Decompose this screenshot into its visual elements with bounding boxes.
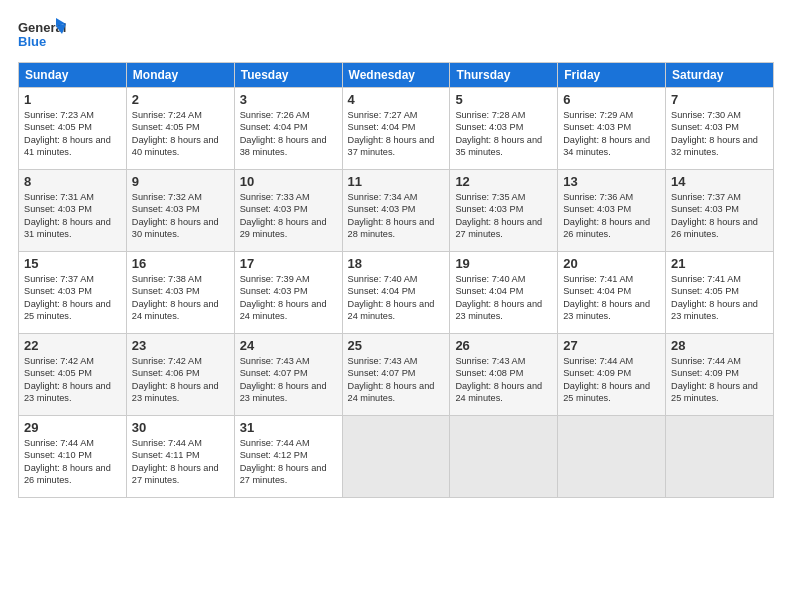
day-number: 22 bbox=[24, 338, 121, 353]
calendar-week-1: 1Sunrise: 7:23 AMSunset: 4:05 PMDaylight… bbox=[19, 88, 774, 170]
calendar-cell bbox=[666, 416, 774, 498]
day-number: 5 bbox=[455, 92, 552, 107]
calendar-cell: 20Sunrise: 7:41 AMSunset: 4:04 PMDayligh… bbox=[558, 252, 666, 334]
calendar-cell: 23Sunrise: 7:42 AMSunset: 4:06 PMDayligh… bbox=[126, 334, 234, 416]
cell-info: Sunrise: 7:43 AMSunset: 4:07 PMDaylight:… bbox=[348, 356, 435, 403]
cell-info: Sunrise: 7:43 AMSunset: 4:08 PMDaylight:… bbox=[455, 356, 542, 403]
calendar-cell bbox=[342, 416, 450, 498]
day-number: 1 bbox=[24, 92, 121, 107]
calendar-cell: 15Sunrise: 7:37 AMSunset: 4:03 PMDayligh… bbox=[19, 252, 127, 334]
calendar-cell: 22Sunrise: 7:42 AMSunset: 4:05 PMDayligh… bbox=[19, 334, 127, 416]
logo-image: General Blue bbox=[18, 16, 66, 54]
day-number: 14 bbox=[671, 174, 768, 189]
cell-info: Sunrise: 7:37 AMSunset: 4:03 PMDaylight:… bbox=[24, 274, 111, 321]
logo: General Blue bbox=[18, 16, 66, 54]
calendar-cell: 12Sunrise: 7:35 AMSunset: 4:03 PMDayligh… bbox=[450, 170, 558, 252]
cell-info: Sunrise: 7:39 AMSunset: 4:03 PMDaylight:… bbox=[240, 274, 327, 321]
cell-info: Sunrise: 7:27 AMSunset: 4:04 PMDaylight:… bbox=[348, 110, 435, 157]
cell-info: Sunrise: 7:42 AMSunset: 4:05 PMDaylight:… bbox=[24, 356, 111, 403]
svg-text:Blue: Blue bbox=[18, 34, 46, 49]
calendar-cell: 18Sunrise: 7:40 AMSunset: 4:04 PMDayligh… bbox=[342, 252, 450, 334]
cell-info: Sunrise: 7:44 AMSunset: 4:09 PMDaylight:… bbox=[671, 356, 758, 403]
calendar-cell bbox=[558, 416, 666, 498]
cell-info: Sunrise: 7:40 AMSunset: 4:04 PMDaylight:… bbox=[348, 274, 435, 321]
calendar-cell bbox=[450, 416, 558, 498]
day-number: 23 bbox=[132, 338, 229, 353]
cell-info: Sunrise: 7:44 AMSunset: 4:11 PMDaylight:… bbox=[132, 438, 219, 485]
cell-info: Sunrise: 7:30 AMSunset: 4:03 PMDaylight:… bbox=[671, 110, 758, 157]
calendar-cell: 25Sunrise: 7:43 AMSunset: 4:07 PMDayligh… bbox=[342, 334, 450, 416]
day-number: 20 bbox=[563, 256, 660, 271]
header: General Blue bbox=[18, 16, 774, 54]
calendar-cell: 26Sunrise: 7:43 AMSunset: 4:08 PMDayligh… bbox=[450, 334, 558, 416]
day-number: 27 bbox=[563, 338, 660, 353]
calendar-cell: 1Sunrise: 7:23 AMSunset: 4:05 PMDaylight… bbox=[19, 88, 127, 170]
calendar-week-2: 8Sunrise: 7:31 AMSunset: 4:03 PMDaylight… bbox=[19, 170, 774, 252]
calendar-cell: 7Sunrise: 7:30 AMSunset: 4:03 PMDaylight… bbox=[666, 88, 774, 170]
cell-info: Sunrise: 7:41 AMSunset: 4:05 PMDaylight:… bbox=[671, 274, 758, 321]
day-number: 19 bbox=[455, 256, 552, 271]
day-number: 30 bbox=[132, 420, 229, 435]
weekday-header-sunday: Sunday bbox=[19, 63, 127, 88]
day-number: 2 bbox=[132, 92, 229, 107]
day-number: 7 bbox=[671, 92, 768, 107]
cell-info: Sunrise: 7:31 AMSunset: 4:03 PMDaylight:… bbox=[24, 192, 111, 239]
calendar-week-4: 22Sunrise: 7:42 AMSunset: 4:05 PMDayligh… bbox=[19, 334, 774, 416]
day-number: 28 bbox=[671, 338, 768, 353]
day-number: 12 bbox=[455, 174, 552, 189]
weekday-header-monday: Monday bbox=[126, 63, 234, 88]
day-number: 6 bbox=[563, 92, 660, 107]
calendar-cell: 4Sunrise: 7:27 AMSunset: 4:04 PMDaylight… bbox=[342, 88, 450, 170]
day-number: 17 bbox=[240, 256, 337, 271]
calendar-cell: 21Sunrise: 7:41 AMSunset: 4:05 PMDayligh… bbox=[666, 252, 774, 334]
calendar-cell: 28Sunrise: 7:44 AMSunset: 4:09 PMDayligh… bbox=[666, 334, 774, 416]
day-number: 8 bbox=[24, 174, 121, 189]
day-number: 26 bbox=[455, 338, 552, 353]
cell-info: Sunrise: 7:33 AMSunset: 4:03 PMDaylight:… bbox=[240, 192, 327, 239]
calendar-cell: 6Sunrise: 7:29 AMSunset: 4:03 PMDaylight… bbox=[558, 88, 666, 170]
cell-info: Sunrise: 7:44 AMSunset: 4:09 PMDaylight:… bbox=[563, 356, 650, 403]
calendar-cell: 8Sunrise: 7:31 AMSunset: 4:03 PMDaylight… bbox=[19, 170, 127, 252]
weekday-header-saturday: Saturday bbox=[666, 63, 774, 88]
calendar-cell: 30Sunrise: 7:44 AMSunset: 4:11 PMDayligh… bbox=[126, 416, 234, 498]
day-number: 16 bbox=[132, 256, 229, 271]
calendar-cell: 16Sunrise: 7:38 AMSunset: 4:03 PMDayligh… bbox=[126, 252, 234, 334]
day-number: 3 bbox=[240, 92, 337, 107]
day-number: 24 bbox=[240, 338, 337, 353]
calendar-cell: 2Sunrise: 7:24 AMSunset: 4:05 PMDaylight… bbox=[126, 88, 234, 170]
day-number: 10 bbox=[240, 174, 337, 189]
cell-info: Sunrise: 7:28 AMSunset: 4:03 PMDaylight:… bbox=[455, 110, 542, 157]
cell-info: Sunrise: 7:44 AMSunset: 4:12 PMDaylight:… bbox=[240, 438, 327, 485]
calendar-cell: 24Sunrise: 7:43 AMSunset: 4:07 PMDayligh… bbox=[234, 334, 342, 416]
day-number: 18 bbox=[348, 256, 445, 271]
day-number: 21 bbox=[671, 256, 768, 271]
calendar-cell: 27Sunrise: 7:44 AMSunset: 4:09 PMDayligh… bbox=[558, 334, 666, 416]
calendar-cell: 3Sunrise: 7:26 AMSunset: 4:04 PMDaylight… bbox=[234, 88, 342, 170]
calendar-cell: 10Sunrise: 7:33 AMSunset: 4:03 PMDayligh… bbox=[234, 170, 342, 252]
day-number: 13 bbox=[563, 174, 660, 189]
calendar-cell: 11Sunrise: 7:34 AMSunset: 4:03 PMDayligh… bbox=[342, 170, 450, 252]
calendar-cell: 29Sunrise: 7:44 AMSunset: 4:10 PMDayligh… bbox=[19, 416, 127, 498]
calendar-cell: 14Sunrise: 7:37 AMSunset: 4:03 PMDayligh… bbox=[666, 170, 774, 252]
calendar-cell: 5Sunrise: 7:28 AMSunset: 4:03 PMDaylight… bbox=[450, 88, 558, 170]
calendar-week-5: 29Sunrise: 7:44 AMSunset: 4:10 PMDayligh… bbox=[19, 416, 774, 498]
weekday-header-wednesday: Wednesday bbox=[342, 63, 450, 88]
cell-info: Sunrise: 7:44 AMSunset: 4:10 PMDaylight:… bbox=[24, 438, 111, 485]
page: General Blue SundayMondayTuesdayWednesda… bbox=[0, 0, 792, 612]
day-number: 9 bbox=[132, 174, 229, 189]
calendar-table: SundayMondayTuesdayWednesdayThursdayFrid… bbox=[18, 62, 774, 498]
day-number: 4 bbox=[348, 92, 445, 107]
cell-info: Sunrise: 7:37 AMSunset: 4:03 PMDaylight:… bbox=[671, 192, 758, 239]
cell-info: Sunrise: 7:23 AMSunset: 4:05 PMDaylight:… bbox=[24, 110, 111, 157]
day-number: 25 bbox=[348, 338, 445, 353]
weekday-header-row: SundayMondayTuesdayWednesdayThursdayFrid… bbox=[19, 63, 774, 88]
day-number: 31 bbox=[240, 420, 337, 435]
cell-info: Sunrise: 7:34 AMSunset: 4:03 PMDaylight:… bbox=[348, 192, 435, 239]
cell-info: Sunrise: 7:26 AMSunset: 4:04 PMDaylight:… bbox=[240, 110, 327, 157]
calendar-cell: 31Sunrise: 7:44 AMSunset: 4:12 PMDayligh… bbox=[234, 416, 342, 498]
cell-info: Sunrise: 7:29 AMSunset: 4:03 PMDaylight:… bbox=[563, 110, 650, 157]
cell-info: Sunrise: 7:32 AMSunset: 4:03 PMDaylight:… bbox=[132, 192, 219, 239]
cell-info: Sunrise: 7:36 AMSunset: 4:03 PMDaylight:… bbox=[563, 192, 650, 239]
calendar-cell: 19Sunrise: 7:40 AMSunset: 4:04 PMDayligh… bbox=[450, 252, 558, 334]
calendar-cell: 13Sunrise: 7:36 AMSunset: 4:03 PMDayligh… bbox=[558, 170, 666, 252]
